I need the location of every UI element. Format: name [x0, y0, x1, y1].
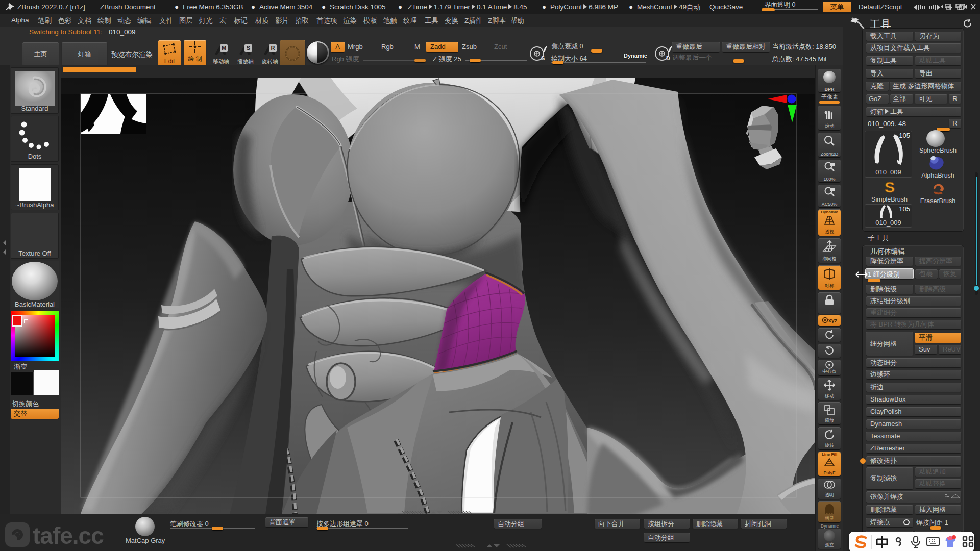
svg-text:S: S	[541, 55, 545, 61]
svg-text:S: S	[247, 45, 250, 51]
svg-text:S: S	[885, 179, 895, 195]
svg-text:R: R	[271, 45, 275, 51]
svg-text:D: D	[666, 55, 670, 61]
svg-text:M: M	[222, 45, 226, 51]
